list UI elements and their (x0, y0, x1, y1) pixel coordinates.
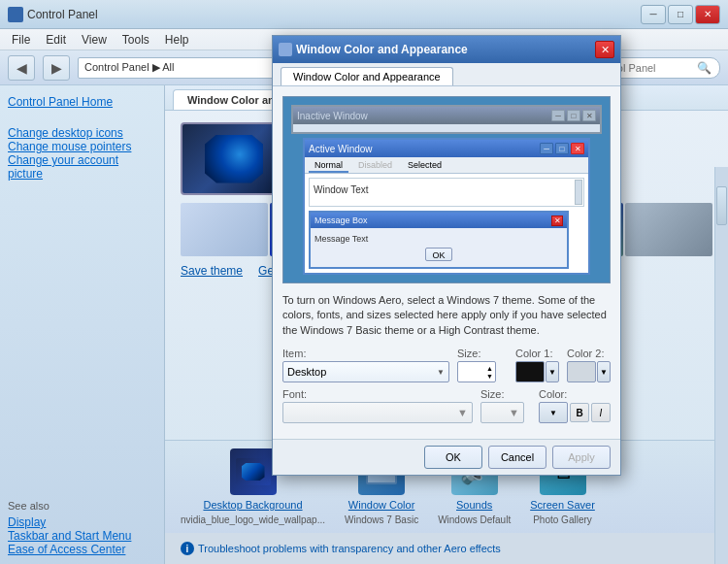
sidebar-link-account-picture[interactable]: Change your account picture (8, 151, 118, 182)
font-size-select[interactable]: ▼ (480, 402, 524, 423)
dialog-overlay: Window Color and Appearance ✕ Window Col… (165, 0, 728, 564)
item-dropdown-arrow: ▼ (437, 368, 445, 377)
see-also-section: See also Display Taskbar and Start Menu … (8, 492, 156, 556)
item-select[interactable]: Desktop ▼ (282, 361, 449, 382)
sidebar: Control Panel Home Change desktop icons … (0, 85, 165, 564)
forward-button[interactable]: ▶ (43, 55, 70, 81)
font-color-group: Color: ▼ B I (539, 388, 611, 423)
message-box: Message Box ✕ Message Text OK (309, 211, 569, 269)
active-win-tab-normal[interactable]: Normal (309, 159, 348, 173)
dialog-close-button[interactable]: ✕ (595, 41, 614, 58)
color1-group: Color 1: ▼ (515, 348, 559, 382)
bold-button[interactable]: B (570, 403, 589, 422)
inner-scrollbar[interactable] (575, 180, 582, 205)
msg-text-label: Message Text (314, 234, 368, 244)
font-size-arrow: ▼ (509, 407, 519, 418)
dialog-title-text: Window Color and Appearance (296, 43, 591, 56)
breadcrumb-text: Control Panel ▶ All (84, 61, 174, 74)
dialog-body: Inactive Window ─ □ ✕ Active Window ─ □ … (273, 86, 620, 439)
inactive-maximize-icon: □ (567, 110, 580, 121)
sidebar-home-link[interactable]: Control Panel Home (8, 93, 156, 111)
color1-swatch[interactable] (515, 361, 545, 382)
dialog-footer: OK Cancel Apply (273, 439, 620, 475)
dialog-title-bar: Window Color and Appearance ✕ (273, 36, 620, 63)
item-size-color-row: Item: Desktop ▼ Size: ▲ ▼ (282, 348, 611, 382)
msg-title-text: Message Box (314, 216, 551, 225)
item-group: Item: Desktop ▼ (282, 348, 449, 382)
color2-label: Color 2: (567, 348, 611, 359)
color1-dropdown[interactable]: ▼ (546, 361, 559, 382)
size-label: Size: (457, 348, 508, 359)
font-group: Font: ▼ (282, 388, 473, 423)
active-win-tab-disabled: Disabled (352, 159, 398, 173)
color2-dropdown[interactable]: ▼ (597, 361, 611, 382)
back-button[interactable]: ◀ (8, 55, 35, 81)
see-also-ease[interactable]: Ease of Access Center (8, 541, 125, 558)
font-color-label: Color: (539, 388, 611, 400)
font-arrow: ▼ (457, 407, 468, 418)
menu-file[interactable]: File (4, 31, 38, 49)
size-up-arrow[interactable]: ▲ (486, 365, 493, 372)
msg-title-bar: Message Box ✕ (311, 213, 567, 228)
color2-swatch[interactable] (567, 361, 596, 382)
size-spinner: ▲ ▼ (457, 361, 496, 382)
menu-edit[interactable]: Edit (38, 31, 74, 49)
font-size-group: Size: ▼ (480, 388, 531, 423)
preview-area: Inactive Window ─ □ ✕ Active Window ─ □ … (282, 96, 611, 283)
active-maximize-icon: □ (555, 143, 569, 154)
inactive-close-icon: ✕ (582, 110, 596, 121)
inactive-window: Inactive Window ─ □ ✕ (291, 105, 602, 134)
dialog-description: To turn on Windows Aero, select a Window… (282, 293, 611, 338)
inactive-minimize-icon: ─ (551, 110, 565, 121)
size-down-arrow[interactable]: ▼ (486, 373, 493, 380)
font-color-dropdown[interactable]: ▼ (539, 402, 568, 423)
cancel-button[interactable]: Cancel (488, 446, 546, 469)
size-input[interactable]: ▲ ▼ (457, 361, 496, 382)
color1-picker: ▼ (515, 361, 559, 382)
see-also-label: See also (8, 500, 156, 512)
font-size-label: Size: (480, 388, 531, 400)
dialog-icon (279, 43, 292, 56)
msg-close-button[interactable]: ✕ (551, 216, 563, 226)
ok-button[interactable]: OK (424, 446, 482, 469)
active-win-tab-selected[interactable]: Selected (402, 159, 447, 173)
italic-button[interactable]: I (591, 403, 611, 422)
apply-button[interactable]: Apply (552, 446, 611, 469)
active-title-bar: Active Window ─ □ ✕ (305, 140, 588, 157)
sidebar-links-section: Change desktop icons Change mouse pointe… (8, 126, 156, 181)
dialog-tab-bar: Window Color and Appearance (273, 63, 620, 86)
inactive-window-label: Inactive Window (297, 111, 549, 121)
active-win-tabs: Normal Disabled Selected (305, 157, 588, 174)
menu-view[interactable]: View (74, 31, 115, 49)
font-size-color-row: Font: ▼ Size: ▼ Color: ▼ (282, 388, 611, 423)
active-window-label: Active Window (309, 144, 538, 154)
dialog-tab-window-color[interactable]: Window Color and Appearance (281, 67, 453, 85)
active-minimize-icon: ─ (540, 143, 553, 154)
msg-body: Message Text OK (311, 228, 567, 267)
item-select-value: Desktop (287, 366, 326, 378)
window-text-area: Window Text (309, 178, 584, 207)
active-close-icon: ✕ (571, 143, 584, 154)
window-color-dialog: Window Color and Appearance ✕ Window Col… (272, 35, 621, 476)
window-icon (8, 7, 23, 22)
font-label: Font: (282, 388, 473, 400)
color2-group: Color 2: ▼ (567, 348, 611, 382)
inactive-title-bar: Inactive Window ─ □ ✕ (293, 107, 600, 124)
window-text-label: Window Text (314, 184, 369, 195)
color2-picker: ▼ (567, 361, 611, 382)
size-group: Size: ▲ ▼ (457, 348, 508, 382)
item-label: Item: (282, 348, 449, 359)
menu-tools[interactable]: Tools (115, 31, 157, 49)
font-color-row: ▼ B I (539, 402, 611, 423)
color1-label: Color 1: (515, 348, 559, 359)
msg-ok-button[interactable]: OK (425, 248, 452, 261)
font-select[interactable]: ▼ (282, 402, 473, 423)
active-window: Active Window ─ □ ✕ Normal Disabled Sele… (303, 138, 590, 275)
